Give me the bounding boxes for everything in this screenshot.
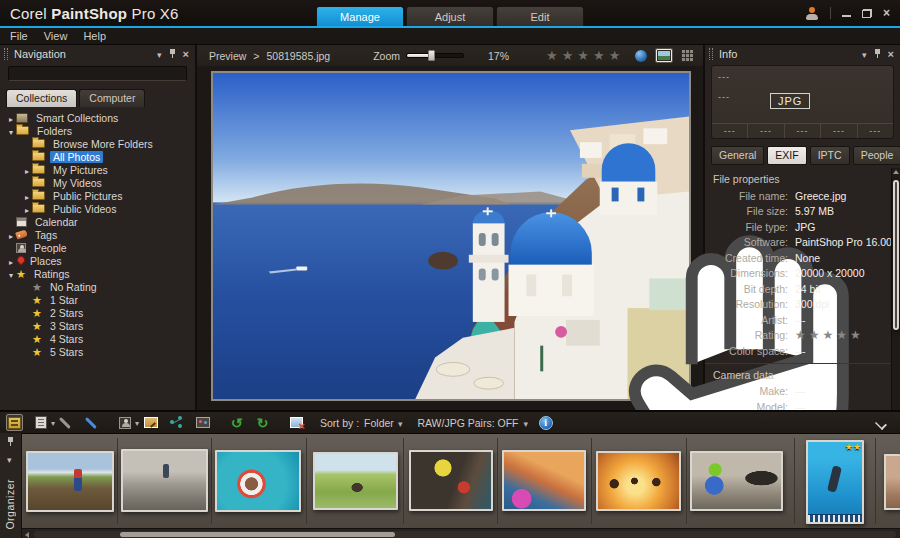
rotate-right-button[interactable] — [254, 414, 271, 431]
tree-item-folders[interactable]: Folders — [0, 124, 195, 137]
tree-item-people[interactable]: People — [0, 241, 195, 254]
star-icon — [32, 320, 42, 332]
thumbnail-pool-life-ring[interactable] — [215, 450, 301, 512]
panel-menu-icon[interactable] — [157, 48, 162, 60]
scrollbar-thumb[interactable] — [120, 532, 395, 537]
capture-editing-button[interactable] — [58, 414, 75, 431]
navigation-header: Navigation — [0, 45, 195, 63]
zoom-slider-thumb[interactable] — [428, 50, 435, 61]
scrollbar-thumb[interactable] — [893, 180, 899, 330]
thumbnail-bike-child[interactable] — [690, 451, 783, 511]
expander-icon[interactable] — [22, 190, 32, 202]
expander-icon[interactable] — [6, 112, 16, 124]
panel-menu-icon[interactable] — [862, 48, 867, 60]
tree-item-4-stars[interactable]: 4 Stars — [0, 332, 195, 345]
people-icon — [16, 243, 26, 253]
expander-icon[interactable] — [6, 268, 16, 280]
tree-item-public-pictures[interactable]: Public Pictures — [0, 189, 195, 202]
preview-photo[interactable] — [211, 71, 691, 401]
organizer-panel-toggle-button[interactable] — [6, 414, 23, 431]
tree-item-all-photos[interactable]: All Photos — [0, 150, 195, 163]
model-value: --- — [795, 401, 806, 410]
zoom-slider[interactable] — [406, 53, 464, 58]
tab-computer[interactable]: Computer — [79, 89, 145, 107]
sort-by-dropdown[interactable]: Folder — [364, 417, 402, 429]
thumbnail-coastal-village[interactable] — [502, 450, 586, 511]
workspace-tabs: Manage Adjust Edit — [316, 6, 584, 26]
tab-exif[interactable]: EXIF — [767, 146, 806, 165]
preview-mode-icon[interactable] — [656, 49, 672, 62]
thumbnail-sunset-dancers[interactable] — [596, 451, 681, 511]
tree-item-my-videos[interactable]: My Videos — [0, 176, 195, 189]
tree-item-calendar[interactable]: Calendar — [0, 215, 195, 228]
menu-file[interactable]: File — [10, 30, 28, 42]
tab-edit[interactable]: Edit — [496, 6, 584, 26]
share-button[interactable] — [168, 414, 185, 431]
thumbnail-horse-meadow[interactable] — [313, 452, 398, 510]
tab-manage[interactable]: Manage — [316, 6, 404, 26]
thumbnail-options-button[interactable]: ▾ — [32, 414, 49, 431]
expander-icon[interactable] — [6, 255, 16, 267]
close-panel-icon[interactable] — [183, 48, 189, 60]
info-scrollbar[interactable] — [891, 168, 900, 410]
tree-item-no-rating[interactable]: No Rating — [0, 280, 195, 293]
info-button[interactable]: i — [537, 414, 554, 431]
restore-button[interactable] — [862, 9, 872, 18]
brush-blue-icon — [86, 416, 99, 429]
tree-item-places[interactable]: Places — [0, 254, 195, 267]
expander-icon[interactable] — [22, 164, 32, 176]
tree-item-tags[interactable]: Tags — [0, 228, 195, 241]
tree-item-2-stars[interactable]: 2 Stars — [0, 306, 195, 319]
assign-photo-button[interactable] — [142, 414, 159, 431]
thumbnail-grid-view-icon[interactable] — [681, 50, 693, 62]
close-button[interactable] — [883, 9, 890, 18]
slideshow-button[interactable] — [194, 414, 211, 431]
folder-icon — [32, 178, 45, 187]
panel-grip[interactable] — [4, 48, 8, 60]
thumbnail-farm-boy[interactable] — [26, 451, 114, 512]
tree-item-my-pictures[interactable]: My Pictures — [0, 163, 195, 176]
scroll-left-arrow-icon[interactable] — [25, 532, 29, 538]
search-input[interactable] — [8, 66, 187, 81]
thumbnail-pool-boy-video[interactable] — [806, 440, 864, 524]
expander-icon[interactable] — [6, 125, 16, 137]
pin-icon[interactable] — [7, 437, 14, 447]
panel-grip[interactable] — [709, 48, 713, 60]
rotate-left-button[interactable] — [228, 414, 245, 431]
panel-menu-icon[interactable] — [7, 449, 12, 467]
collapse-organizer-chevron-icon[interactable] — [875, 417, 886, 428]
tab-general[interactable]: General — [711, 146, 764, 165]
pin-icon[interactable] — [874, 49, 881, 59]
tab-people[interactable]: People — [853, 146, 900, 165]
expander-icon[interactable] — [6, 229, 16, 241]
tree-item-public-videos[interactable]: Public Videos — [0, 202, 195, 215]
thumbnail-hiker-rocks[interactable] — [121, 449, 208, 512]
thumbnail-pool-couple[interactable] — [409, 450, 493, 511]
tree-item-5-stars[interactable]: 5 Stars — [0, 345, 195, 358]
map-globe-icon[interactable] — [635, 50, 647, 62]
tab-adjust[interactable]: Adjust — [406, 6, 494, 26]
delete-button[interactable] — [288, 414, 305, 431]
user-account-icon[interactable] — [805, 7, 819, 20]
tree-item-smart-collections[interactable]: Smart Collections — [0, 111, 195, 124]
tree-item-ratings[interactable]: Ratings — [0, 267, 195, 280]
thumbnail-scrollbar[interactable] — [0, 528, 900, 538]
tree-item-1-star[interactable]: 1 Star — [0, 293, 195, 306]
tab-collections[interactable]: Collections — [6, 89, 77, 107]
menu-view[interactable]: View — [44, 30, 68, 42]
pin-icon[interactable] — [169, 49, 176, 59]
minimize-button[interactable] — [842, 9, 851, 18]
close-panel-icon[interactable] — [888, 48, 894, 60]
tab-iptc[interactable]: IPTC — [810, 146, 850, 165]
main-area: Navigation Collections Computer Smart Co… — [0, 45, 900, 410]
menu-help[interactable]: Help — [83, 30, 106, 42]
thumbnail-partial[interactable] — [884, 454, 900, 510]
apply-editing-button[interactable] — [84, 414, 101, 431]
rating-stars[interactable]: ★★★★★ — [546, 48, 624, 63]
rating-stars[interactable]: ★★★★★ — [795, 328, 864, 342]
expander-icon[interactable] — [22, 203, 32, 215]
raw-jpg-pairs-dropdown[interactable]: RAW/JPG Pairs: OFF — [417, 417, 528, 429]
tree-item-browse-more-folders[interactable]: Browse More Folders — [0, 137, 195, 150]
find-people-button[interactable]: ▾ — [116, 414, 133, 431]
tree-item-3-stars[interactable]: 3 Stars — [0, 319, 195, 332]
